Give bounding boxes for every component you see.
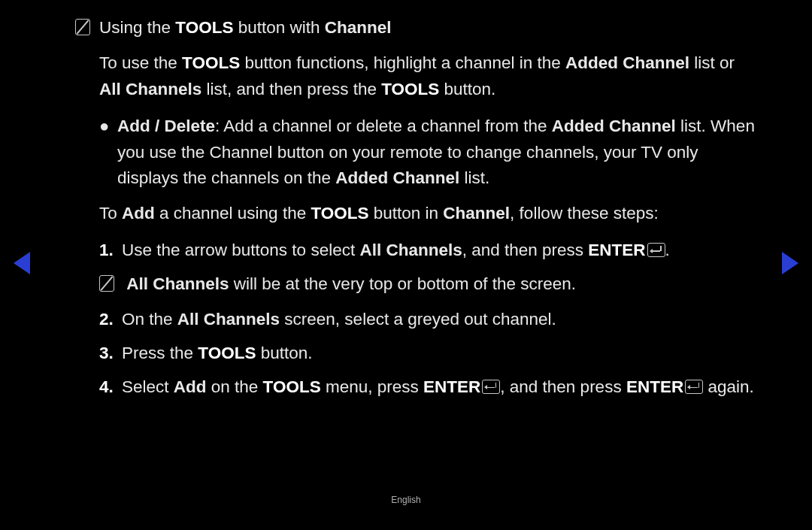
bullet-label: Add / Delete: [117, 117, 215, 135]
step-number: 1.: [99, 238, 122, 264]
intro-paragraph: To use the TOOLS button functions, highl…: [75, 50, 759, 103]
txt-channel: Channel: [443, 204, 510, 223]
txt-tools: TOOLS: [381, 80, 439, 98]
enter-icon: [647, 243, 665, 257]
txt: a channel using the: [155, 204, 311, 223]
title-mid: button with: [233, 18, 324, 37]
txt-tools: TOOLS: [311, 204, 368, 223]
txt: : Add a channel or delete a channel from…: [215, 117, 552, 135]
txt-enter: ENTER: [626, 377, 683, 396]
note-icon: [75, 19, 90, 35]
txt: list or: [689, 53, 735, 72]
step-4: 4. Select Add on the TOOLS menu, press E…: [75, 374, 759, 401]
txt: menu, press: [321, 377, 423, 396]
txt-all-channels: All Channels: [99, 80, 201, 98]
txt: , and then press: [462, 241, 589, 259]
txt-all-channels: All Channels: [359, 241, 462, 259]
step-number: 4.: [99, 374, 122, 401]
manual-page: Using the TOOLS button with Channel To u…: [0, 0, 812, 530]
next-page-arrow[interactable]: [782, 252, 798, 274]
txt: .: [665, 241, 670, 259]
txt: To: [99, 204, 122, 223]
txt-added-channel: Added Channel: [335, 168, 459, 187]
txt: Select: [122, 377, 174, 396]
bullet-add-delete: ● Add / Delete: Add a channel or delete …: [75, 114, 759, 192]
txt: button.: [439, 80, 495, 98]
txt-added-channel: Added Channel: [565, 53, 689, 72]
txt: To use the: [99, 53, 182, 72]
txt: button functions, highlight a channel in…: [240, 53, 565, 72]
txt-add: Add: [174, 377, 207, 396]
txt: , follow these steps:: [510, 204, 659, 223]
page-heading: Using the TOOLS button with Channel: [75, 15, 759, 41]
txt-all-channels: All Channels: [177, 310, 280, 329]
txt: again.: [703, 377, 754, 396]
txt: Press the: [122, 344, 198, 362]
txt: list.: [459, 168, 489, 187]
txt-add: Add: [122, 204, 155, 223]
step-1: 1. Use the arrow buttons to select All C…: [75, 238, 759, 264]
enter-icon: [482, 380, 500, 394]
bullet-dot-icon: ●: [99, 114, 117, 192]
title-channel: Channel: [325, 18, 392, 37]
txt: button.: [256, 344, 312, 362]
txt: , and then press: [500, 377, 626, 396]
note-icon: [99, 275, 114, 292]
footer-language: English: [0, 493, 812, 507]
txt-all-channels: All Channels: [126, 274, 229, 293]
txt-enter: ENTER: [423, 377, 480, 396]
txt-tools: TOOLS: [182, 53, 240, 72]
step-1-note: All Channels will be at the very top or …: [75, 271, 759, 298]
title-text: Using the: [99, 18, 175, 37]
txt-added-channel: Added Channel: [552, 117, 676, 135]
txt: on the: [207, 377, 263, 396]
txt-enter: ENTER: [588, 241, 645, 259]
prev-page-arrow[interactable]: [14, 252, 30, 274]
txt: screen, select a greyed out channel.: [280, 310, 556, 329]
title-tools: TOOLS: [175, 18, 233, 37]
txt: Use the arrow buttons to select: [122, 241, 359, 259]
enter-icon: [685, 380, 703, 394]
lead-paragraph: To Add a channel using the TOOLS button …: [75, 201, 759, 227]
txt-tools: TOOLS: [198, 344, 256, 362]
txt: will be at the very top or bottom of the…: [229, 274, 576, 293]
txt: button in: [369, 204, 444, 223]
txt: On the: [122, 310, 177, 329]
txt-tools: TOOLS: [263, 377, 321, 396]
step-number: 3.: [99, 341, 122, 367]
step-3: 3. Press the TOOLS button.: [75, 341, 759, 367]
step-2: 2. On the All Channels screen, select a …: [75, 307, 759, 333]
txt: list, and then press the: [201, 80, 381, 98]
step-number: 2.: [99, 307, 122, 333]
